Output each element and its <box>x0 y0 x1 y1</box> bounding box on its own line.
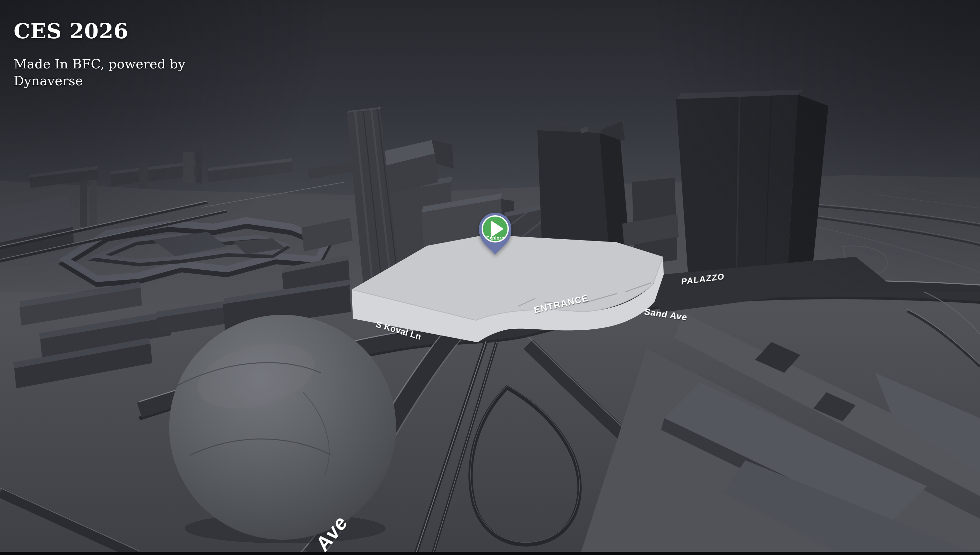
vignette-top-right <box>526 0 980 292</box>
map-3d-viewport[interactable]: S Koval Ln ENTRANCE Sand Ave PALAZZO Ave… <box>0 0 980 555</box>
pin-label: Explore <box>486 235 504 241</box>
bottom-letterbox-bar <box>0 552 980 555</box>
vignette-top-left <box>0 0 454 292</box>
